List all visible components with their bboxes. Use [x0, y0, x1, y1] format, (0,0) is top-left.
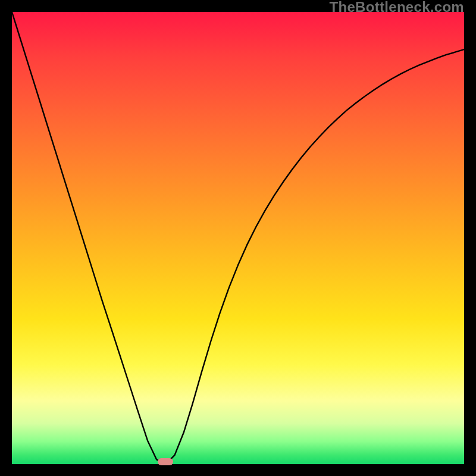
bottleneck-curve	[12, 12, 464, 464]
curve-layer	[12, 12, 464, 464]
plot-area	[12, 12, 464, 464]
chart-frame: TheBottleneck.com	[0, 0, 476, 476]
optimum-marker	[158, 458, 173, 465]
